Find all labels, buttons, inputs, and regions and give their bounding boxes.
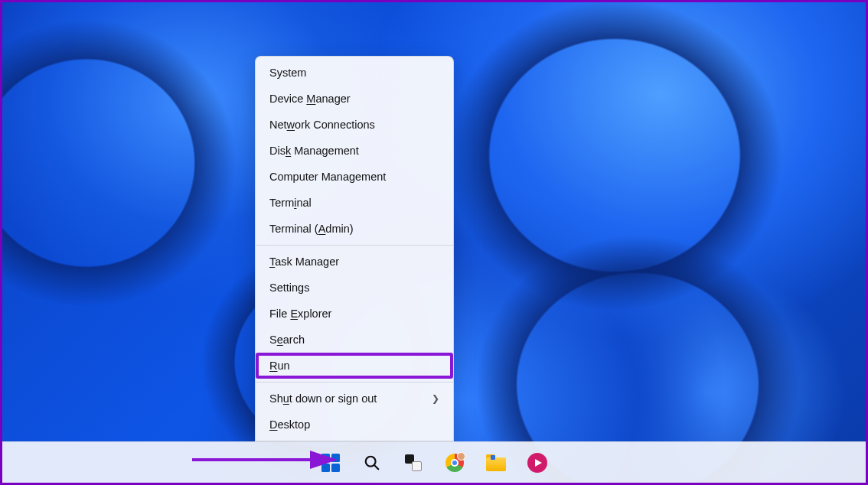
menu-item-search[interactable]: Search: [256, 327, 453, 353]
menu-item-run[interactable]: Run: [256, 353, 453, 379]
menu-item-shutdown-signout[interactable]: Shut down or sign out ❯: [256, 386, 453, 412]
menu-item-desktop[interactable]: Desktop: [256, 412, 453, 438]
menu-item-disk-management[interactable]: Disk Management: [256, 138, 453, 164]
winx-context-menu: System Device Manager Network Connection…: [255, 56, 454, 441]
chrome-button[interactable]: [444, 452, 465, 474]
task-view-button[interactable]: [403, 452, 424, 474]
menu-separator: [256, 382, 453, 382]
chevron-right-icon: ❯: [432, 393, 439, 404]
menu-item-task-manager[interactable]: Task Manager: [256, 249, 453, 275]
menu-item-terminal[interactable]: Terminal: [256, 190, 453, 216]
menu-item-file-explorer[interactable]: File Explorer: [256, 301, 453, 327]
menu-item-system[interactable]: System: [256, 60, 453, 86]
search-button[interactable]: [361, 452, 383, 474]
folder-icon: [486, 454, 506, 471]
menu-item-settings[interactable]: Settings: [256, 275, 453, 301]
start-icon: [321, 454, 340, 472]
round-pink-icon: [527, 453, 547, 473]
task-view-icon: [405, 454, 422, 471]
start-button[interactable]: [320, 452, 341, 474]
menu-item-device-manager[interactable]: Device Manager: [256, 86, 453, 112]
file-explorer-button[interactable]: [485, 452, 507, 474]
taskbar: [2, 441, 866, 483]
chrome-icon: [445, 454, 464, 472]
menu-separator: [256, 245, 453, 246]
menu-item-terminal-admin[interactable]: Terminal (Admin): [256, 216, 453, 242]
menu-item-computer-management[interactable]: Computer Management: [256, 164, 453, 190]
pink-app-button[interactable]: [527, 452, 548, 474]
search-icon: [364, 454, 380, 471]
menu-item-network-connections[interactable]: Network Connections: [256, 112, 453, 138]
svg-line-1: [374, 465, 378, 469]
